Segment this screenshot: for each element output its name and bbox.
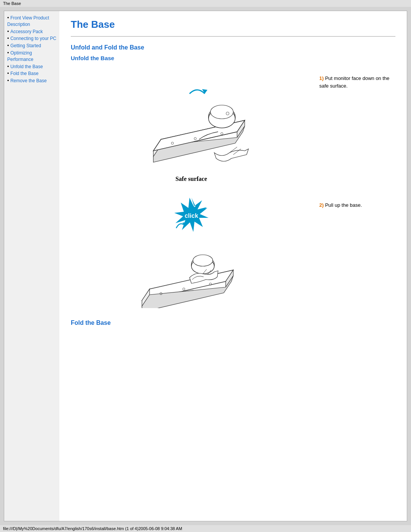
status-bar: file:///D|/My%20Documents/dfu/A7/english… bbox=[0, 525, 411, 532]
sidebar-link-fold[interactable]: Fold the Base bbox=[10, 71, 38, 76]
sidebar-link-getting-started[interactable]: Getting Started bbox=[10, 43, 41, 48]
step1-container: Safe surface 1) Put monitor face down on… bbox=[71, 67, 395, 182]
step2-description: Pull up the base. bbox=[324, 202, 362, 208]
status-bar-text: file:///D|/My%20Documents/dfu/A7/english… bbox=[3, 526, 182, 531]
title-bar: The Base bbox=[0, 0, 411, 7]
sidebar-link-accessory[interactable]: Accessory Pack bbox=[10, 29, 43, 34]
divider bbox=[71, 36, 395, 37]
step2-number: 2) bbox=[319, 202, 324, 208]
sidebar-item: Remove the Base bbox=[7, 78, 56, 84]
sidebar-item: Getting Started bbox=[7, 43, 56, 49]
diagram1-svg bbox=[119, 67, 264, 174]
fold-section: Fold the Base bbox=[71, 320, 395, 326]
title-bar-text: The Base bbox=[3, 1, 21, 6]
step2-text: 2) Pull up the base. bbox=[319, 194, 395, 209]
step1-text: 1) Put monitor face down on the safe sur… bbox=[319, 67, 395, 89]
sidebar-link-front-view[interactable]: Front View Product Description bbox=[7, 15, 49, 27]
section-title: Unfold and Fold the Base bbox=[71, 44, 395, 51]
sidebar-item: Connecting to your PC bbox=[7, 35, 56, 42]
subsection-title-fold: Fold the Base bbox=[71, 320, 395, 326]
sidebar: Front View Product Description Accessory… bbox=[4, 11, 59, 521]
svg-text:click: click bbox=[185, 212, 198, 219]
browser-content: Front View Product Description Accessory… bbox=[0, 7, 411, 525]
sidebar-item: Optimizing Performance bbox=[7, 50, 56, 63]
sidebar-link-connecting[interactable]: Connecting to your PC bbox=[10, 36, 56, 41]
page-title: The Base bbox=[71, 19, 395, 30]
sidebar-link-remove[interactable]: Remove the Base bbox=[10, 78, 46, 83]
diagram1-area: Safe surface bbox=[71, 67, 312, 182]
sidebar-item: Fold the Base bbox=[7, 70, 56, 77]
diagram2-area: click bbox=[71, 194, 312, 308]
svg-point-29 bbox=[193, 255, 213, 266]
step1-number: 1) bbox=[319, 75, 324, 81]
step2-container: click bbox=[71, 194, 395, 308]
sidebar-item: Accessory Pack bbox=[7, 29, 56, 35]
subsection-title-unfold: Unfold the Base bbox=[71, 55, 395, 61]
diagram2-svg: click bbox=[119, 194, 264, 308]
sidebar-item: Front View Product Description bbox=[7, 15, 56, 28]
main-content: The Base Unfold and Fold the Base Unfold… bbox=[59, 11, 407, 521]
page-container: Front View Product Description Accessory… bbox=[4, 11, 407, 521]
step1-description: Put monitor face down on the safe surfac… bbox=[319, 75, 389, 89]
sidebar-nav: Front View Product Description Accessory… bbox=[7, 15, 56, 84]
svg-point-12 bbox=[210, 105, 233, 119]
sidebar-link-optimizing[interactable]: Optimizing Performance bbox=[7, 50, 33, 62]
sidebar-item: Unfold the Base bbox=[7, 64, 56, 70]
safe-surface-label: Safe surface bbox=[175, 176, 207, 182]
sidebar-link-unfold[interactable]: Unfold the Base bbox=[10, 64, 43, 69]
